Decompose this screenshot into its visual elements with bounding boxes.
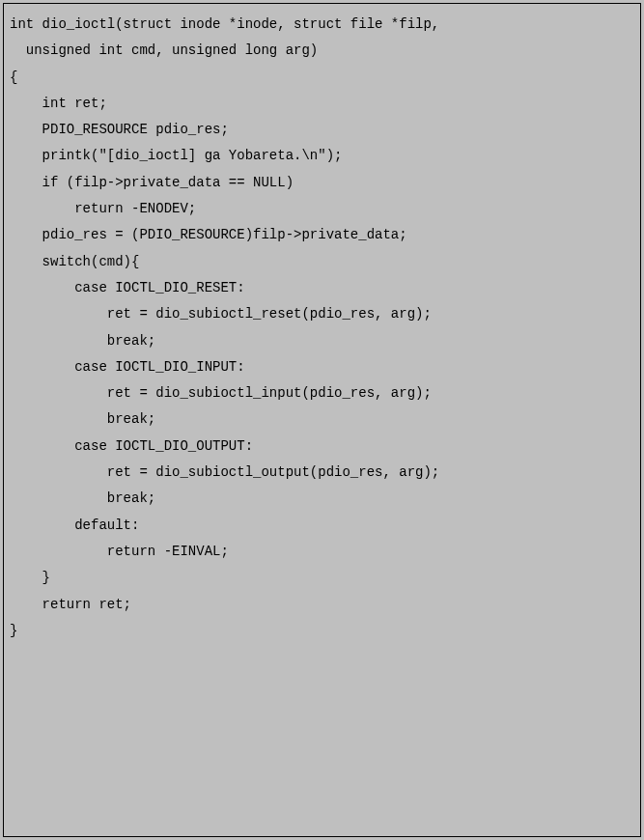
- code-listing-box: int dio_ioctl(struct inode *inode, struc…: [3, 3, 641, 837]
- code-line: case IOCTL_DIO_RESET:: [10, 275, 634, 301]
- code-line: return ret;: [10, 592, 634, 618]
- code-line: break;: [10, 328, 634, 354]
- code-line: return -ENODEV;: [10, 196, 634, 222]
- code-line: pdio_res = (PDIO_RESOURCE)filp->private_…: [10, 222, 634, 248]
- code-line: switch(cmd){: [10, 249, 634, 275]
- code-line: default:: [10, 513, 634, 539]
- code-line: break;: [10, 486, 634, 512]
- code-line: ret = dio_subioctl_input(pdio_res, arg);: [10, 380, 634, 406]
- code-line: }: [10, 618, 634, 644]
- code-line: return -EINVAL;: [10, 539, 634, 565]
- code-line: case IOCTL_DIO_INPUT:: [10, 354, 634, 380]
- code-line: break;: [10, 406, 634, 433]
- code-line: unsigned int cmd, unsigned long arg): [10, 38, 634, 64]
- code-line: {: [10, 65, 634, 91]
- code-line: }: [10, 565, 634, 591]
- code-line: ret = dio_subioctl_reset(pdio_res, arg);: [10, 301, 634, 327]
- code-line: case IOCTL_DIO_OUTPUT:: [10, 434, 634, 460]
- code-line: PDIO_RESOURCE pdio_res;: [10, 117, 634, 143]
- code-line: int ret;: [10, 91, 634, 117]
- code-line: printk("[dio_ioctl] ga Yobareta.\n");: [10, 143, 634, 169]
- code-line: if (filp->private_data == NULL): [10, 170, 634, 196]
- code-line: int dio_ioctl(struct inode *inode, struc…: [10, 12, 634, 38]
- code-line: ret = dio_subioctl_output(pdio_res, arg)…: [10, 460, 634, 486]
